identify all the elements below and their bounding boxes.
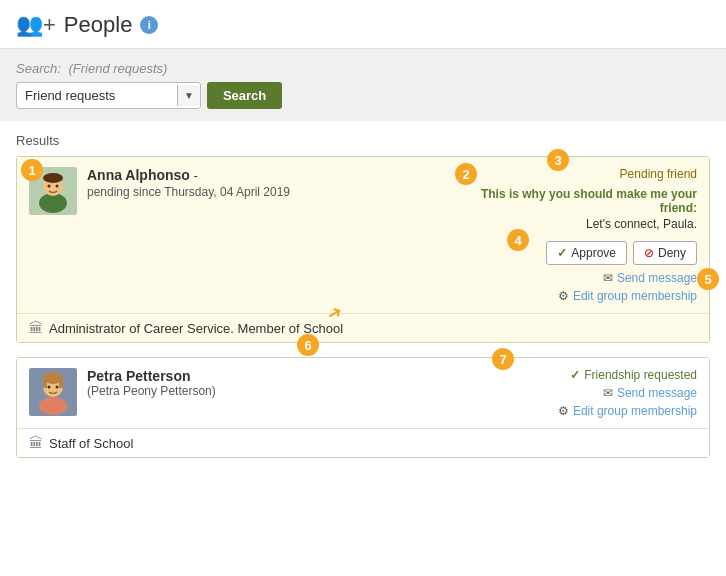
anna-edit-group-link[interactable]: ⚙ Edit group membership: [558, 289, 697, 303]
page-header: 👥+ People i: [0, 0, 726, 49]
result-card-anna: 3 5 1: [16, 156, 710, 343]
petra-info: Petra Petterson (Petra Peony Petterson): [87, 368, 487, 418]
checkmark-icon: ✓: [570, 368, 580, 382]
svg-point-7: [39, 397, 67, 415]
search-select-wrapper: ▼: [16, 82, 201, 109]
people-icon: 👥+: [16, 12, 56, 38]
petra-send-message-link[interactable]: ✉ Send message: [603, 386, 697, 400]
info-icon[interactable]: i: [140, 16, 158, 34]
anna-send-message-link[interactable]: ✉ Send message: [603, 271, 697, 285]
callout-6: 6: [297, 334, 319, 356]
svg-rect-11: [59, 378, 63, 388]
anna-role-text: Administrator of Career Service. Member …: [49, 321, 343, 336]
callout-4: 4: [507, 229, 529, 251]
search-row: ▼ Search: [16, 82, 710, 109]
anna-status-label: Pending friend: [620, 167, 697, 181]
anna-card-right: Pending friend This is why you should ma…: [477, 167, 697, 303]
anna-friend-reason: This is why you should make me your frie…: [477, 187, 697, 231]
callout-5: 5: [697, 268, 719, 290]
deny-button[interactable]: ⊘ Deny: [633, 241, 697, 265]
building-icon-2: 🏛: [29, 435, 43, 451]
anna-action-links: ✉ Send message ⚙ Edit group membership: [558, 271, 697, 303]
message-icon: ✉: [603, 271, 613, 285]
results-label: Results: [16, 133, 710, 148]
svg-point-4: [48, 185, 51, 188]
anna-name: Anna Alphonso -: [87, 167, 467, 183]
gear-icon-2: ⚙: [558, 404, 569, 418]
petra-card-right: ✓ Friendship requested ✉ Send message ⚙ …: [497, 368, 697, 418]
deny-icon: ⊘: [644, 246, 654, 260]
callout-7: 7: [492, 348, 514, 370]
search-dropdown-input[interactable]: [17, 83, 177, 108]
anna-role-row: 🏛 Administrator of Career Service. Membe…: [17, 313, 709, 342]
svg-point-12: [48, 386, 51, 389]
svg-point-13: [56, 386, 59, 389]
gear-icon: ⚙: [558, 289, 569, 303]
callout-3: 3: [547, 149, 569, 171]
anna-pending: pending since Thursday, 04 April 2019: [87, 185, 467, 199]
message-icon-2: ✉: [603, 386, 613, 400]
search-section: Search: (Friend requests) ▼ Search: [0, 49, 726, 121]
petra-edit-group-link[interactable]: ⚙ Edit group membership: [558, 404, 697, 418]
page-title: People: [64, 12, 133, 38]
petra-alt-name: (Petra Peony Petterson): [87, 384, 487, 398]
callout-1: 1: [21, 159, 43, 181]
petra-avatar: [29, 368, 77, 416]
petra-name: Petra Petterson: [87, 368, 487, 384]
anna-card-top: 1: [17, 157, 709, 313]
anna-action-buttons: ✓ Approve ⊘ Deny: [546, 241, 697, 265]
svg-point-5: [56, 185, 59, 188]
dropdown-arrow-icon[interactable]: ▼: [177, 85, 200, 106]
check-icon: ✓: [557, 246, 567, 260]
callout-2: 2: [455, 163, 477, 185]
petra-friendship-status: ✓ Friendship requested: [570, 368, 697, 382]
petra-card-top: Petra Petterson (Petra Peony Petterson) …: [17, 358, 709, 428]
anna-info: 2 Anna Alphonso - pending since Thursday…: [87, 167, 467, 303]
petra-role-row: 🏛 Staff of School: [17, 428, 709, 457]
petra-role-text: Staff of School: [49, 436, 133, 451]
search-label: Search: (Friend requests): [16, 61, 710, 76]
svg-point-3: [43, 173, 63, 183]
approve-button[interactable]: ✓ Approve: [546, 241, 627, 265]
results-section: Results 3 5 1: [0, 121, 726, 478]
building-icon: 🏛: [29, 320, 43, 336]
svg-rect-10: [43, 378, 47, 388]
search-button[interactable]: Search: [207, 82, 282, 109]
result-card-petra: 7: [16, 357, 710, 458]
